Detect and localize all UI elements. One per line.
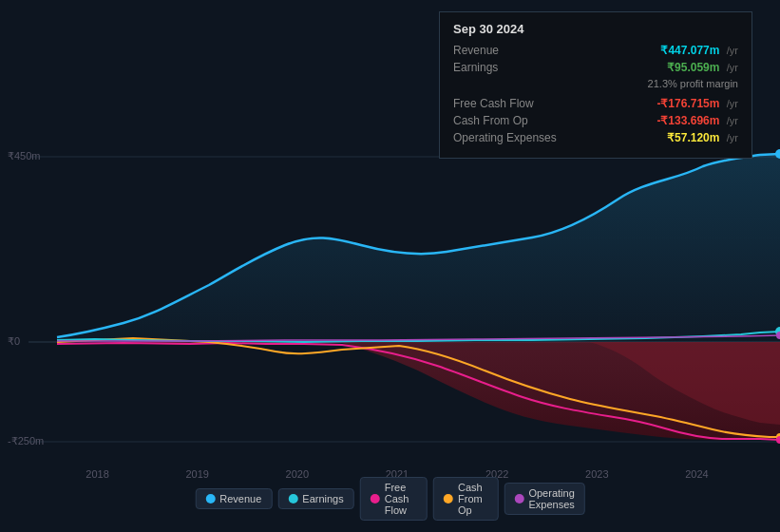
tooltip-label-opex: Operating Expenses [453,131,567,144]
legend-label-earnings: Earnings [302,493,343,504]
legend-item-opex[interactable]: Operating Expenses [504,483,584,515]
tooltip-value-cashfromop: -₹133.696m [656,114,719,127]
chart-legend: Revenue Earnings Free Cash Flow Cash Fro… [195,477,585,521]
tooltip-unit-revenue: /yr [727,45,738,56]
tooltip-label-fcf: Free Cash Flow [453,97,567,110]
tooltip-label-revenue: Revenue [453,44,567,57]
legend-dot-opex [514,494,523,504]
x-label-2018: 2018 [86,468,108,480]
legend-label-revenue: Revenue [219,493,261,504]
legend-label-cashfromop: Cash From Op [458,482,487,516]
y-label-450: ₹450m [8,150,41,162]
tooltip-value-opex: ₹57.120m [667,131,719,144]
tooltip-value-revenue: ₹447.077m [660,44,719,57]
legend-item-fcf[interactable]: Free Cash Flow [360,477,428,521]
legend-dot-earnings [288,494,297,504]
tooltip-unit-cashfromop: /yr [727,115,738,126]
legend-label-fcf: Free Cash Flow [385,482,417,516]
chart-container: ₹450m ₹0 -₹250m 2018 2019 2020 2021 2022… [0,0,780,532]
tooltip-row-margin: 21.3% profit margin [453,78,738,93]
tooltip-value-earnings: ₹95.059m [667,61,719,74]
tooltip-row-revenue: Revenue ₹447.077m /yr [453,44,738,57]
tooltip-row-opex: Operating Expenses ₹57.120m /yr [453,131,738,144]
y-label-neg250: -₹250m [8,435,44,447]
tooltip-unit-opex: /yr [727,132,738,143]
tooltip-value-fcf: -₹176.715m [656,97,719,110]
x-label-2024: 2024 [685,468,708,480]
legend-item-cashfromop[interactable]: Cash From Op [433,477,498,521]
tooltip-unit-earnings: /yr [727,62,738,73]
tooltip-row-fcf: Free Cash Flow -₹176.715m /yr [453,97,738,110]
tooltip-label-cashfromop: Cash From Op [453,114,567,127]
tooltip-row-cashfromop: Cash From Op -₹133.696m /yr [453,114,738,127]
data-tooltip: Sep 30 2024 Revenue ₹447.077m /yr Earnin… [439,11,752,159]
legend-label-opex: Operating Expenses [528,487,574,510]
tooltip-date: Sep 30 2024 [453,22,738,36]
legend-item-earnings[interactable]: Earnings [277,488,353,509]
legend-item-revenue[interactable]: Revenue [195,488,272,509]
legend-dot-cashfromop [444,494,453,504]
legend-dot-revenue [205,494,215,504]
tooltip-row-earnings: Earnings ₹95.059m /yr [453,61,738,74]
tooltip-label-earnings: Earnings [453,61,567,74]
legend-dot-fcf [371,494,380,504]
tooltip-profit-margin: 21.3% profit margin [648,78,738,89]
tooltip-unit-fcf: /yr [727,98,738,109]
x-label-2023: 2023 [585,468,608,480]
y-label-0: ₹0 [8,335,20,348]
